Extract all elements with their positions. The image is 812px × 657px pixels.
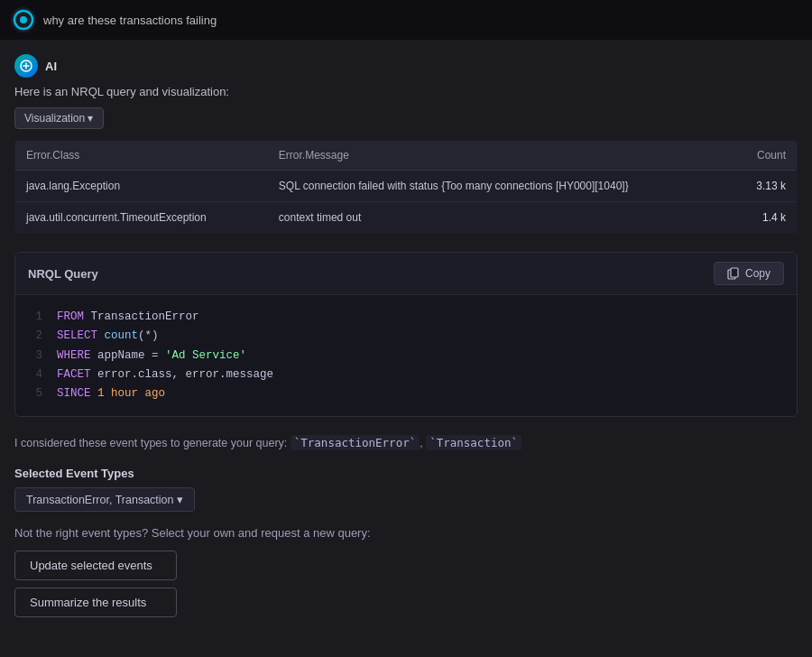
svg-rect-5	[731, 268, 738, 277]
col-error-message: Error.Message	[268, 141, 733, 171]
ai-label: AI	[45, 60, 57, 73]
col-error-class: Error.Class	[15, 141, 268, 171]
ai-avatar	[14, 54, 38, 78]
copy-icon	[727, 267, 740, 280]
event-types-dropdown[interactable]: TransactionError, Transaction ▾	[14, 487, 195, 512]
line-num-4: 4	[30, 366, 42, 384]
cell-count-0: 3.13 k	[733, 171, 798, 202]
cell-count-1: 1.4 k	[733, 202, 798, 234]
event-info-text: I considered these event types to genera…	[14, 435, 798, 452]
event-types-value: TransactionError, Transaction ▾	[26, 493, 183, 506]
event-types-label: Selected Event Types	[14, 467, 798, 480]
copy-label: Copy	[745, 267, 770, 280]
visualization-dropdown-btn[interactable]: Visualization ▾	[14, 107, 104, 129]
nrql-code-block: 1 FROM TransactionError 2 SELECT count(*…	[15, 295, 797, 416]
line-content-1: FROM TransactionError	[57, 308, 199, 327]
nrql-section: NRQL Query Copy 1 FROM TransactionError …	[14, 252, 798, 417]
cell-error-message-0: SQL connection failed with status {Too m…	[268, 171, 733, 202]
not-right-text: Not the right event types? Select your o…	[14, 526, 798, 540]
svg-point-2	[20, 16, 27, 23]
code-line-2: 2 SELECT count(*)	[30, 327, 782, 346]
table-row: java.lang.Exception SQL connection faile…	[15, 171, 798, 202]
cell-error-class-1: java.util.concurrent.TimeoutException	[15, 202, 268, 234]
nrql-header: NRQL Query Copy	[15, 253, 797, 295]
app-logo-icon	[11, 7, 36, 32]
ai-description: Here is an NRQL query and visualization:	[14, 85, 798, 98]
summarize-results-button[interactable]: Summarize the results	[14, 588, 177, 617]
line-num-2: 2	[30, 327, 42, 346]
top-bar-query: why are these transactions failing	[43, 14, 217, 27]
line-content-4: FACET error.class, error.message	[57, 366, 273, 384]
code-line-3: 3 WHERE appName = 'Ad Service'	[30, 347, 782, 366]
cell-error-message-1: context timed out	[268, 202, 733, 234]
main-content: AI Here is an NRQL query and visualizati…	[0, 40, 812, 617]
line-num-1: 1	[30, 308, 42, 327]
code-line-4: 4 FACET error.class, error.message	[30, 366, 782, 384]
action-buttons: Update selected events Summarize the res…	[14, 551, 798, 617]
line-num-5: 5	[30, 384, 42, 403]
nrql-title: NRQL Query	[28, 267, 98, 281]
code-line-5: 5 SINCE 1 hour ago	[30, 384, 782, 403]
cell-error-class-0: java.lang.Exception	[15, 171, 268, 202]
copy-button[interactable]: Copy	[714, 262, 784, 285]
update-selected-events-button[interactable]: Update selected events	[14, 551, 177, 580]
line-num-3: 3	[30, 347, 42, 366]
code-line-1: 1 FROM TransactionError	[30, 308, 782, 327]
line-content-2: SELECT count(*)	[57, 327, 159, 346]
ai-header: AI	[14, 54, 798, 78]
line-content-5: SINCE 1 hour ago	[57, 384, 165, 403]
top-bar: why are these transactions failing	[0, 0, 812, 40]
table-header-row: Error.Class Error.Message Count	[15, 141, 798, 171]
table-row: java.util.concurrent.TimeoutException co…	[15, 202, 798, 234]
results-table: Error.Class Error.Message Count java.lan…	[14, 140, 798, 234]
line-content-3: WHERE appName = 'Ad Service'	[57, 347, 246, 366]
col-count: Count	[733, 141, 798, 171]
